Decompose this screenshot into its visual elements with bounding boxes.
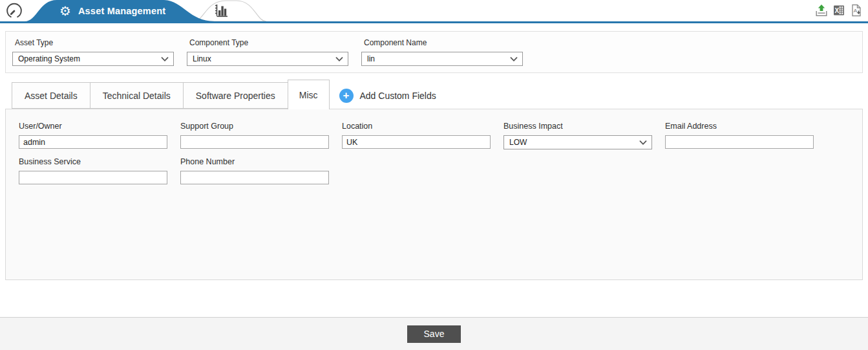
email-address-input[interactable] [665,135,814,149]
save-button[interactable]: Save [407,325,461,343]
app-tab-label: Asset Management [78,6,165,16]
excel-export-icon[interactable]: X [832,4,845,19]
location-label: Location [342,122,503,131]
business-service-input[interactable] [19,171,167,184]
add-custom-fields-label: Add Custom Fields [360,91,436,101]
tab-label: Misc [299,90,318,100]
field-location: Location [342,122,503,149]
support-group-input[interactable] [180,135,329,149]
business-impact-select[interactable]: LOW [503,135,652,149]
asset-type-select[interactable]: Operating System [12,52,174,66]
business-service-label: Business Service [19,157,180,166]
component-name-select[interactable]: lin [361,52,523,66]
field-business-service: Business Service [19,157,180,184]
phone-number-input[interactable] [180,171,329,184]
detail-tabs: Asset Details Technical Details Software… [12,79,868,109]
user-owner-input[interactable] [19,135,167,149]
add-custom-fields-button[interactable]: + Add Custom Fields [339,82,436,109]
plus-icon: + [339,89,354,103]
form-row: Business Service Phone Number [19,157,862,184]
filter-asset-type: Asset Type Operating System [12,38,174,72]
field-business-impact: Business Impact LOW [503,122,665,149]
tab-misc[interactable]: Misc [288,80,330,109]
email-address-label: Email Address [665,122,827,131]
bar-chart-icon [214,3,229,18]
field-phone-number: Phone Number [180,157,342,184]
tab-asset-details[interactable]: Asset Details [12,82,90,109]
misc-tab-panel: User/Owner Support Group Location Busine… [5,109,863,280]
field-user-owner: User/Owner [19,122,180,149]
phone-number-label: Phone Number [180,157,342,166]
location-input[interactable] [342,135,491,149]
support-group-label: Support Group [180,122,342,131]
asset-type-label: Asset Type [15,38,174,47]
pdf-export-icon[interactable]: A [850,4,863,19]
header-export-icons: X A [815,4,863,19]
tab-label: Asset Details [25,91,78,101]
accent-bar [0,21,868,23]
form-row: User/Owner Support Group Location Busine… [19,122,862,149]
gauge-icon[interactable] [6,3,23,19]
filter-panel: Asset Type Operating System Component Ty… [5,31,863,73]
component-type-label: Component Type [189,38,348,47]
filter-component-name: Component Name lin [361,38,523,72]
component-type-select[interactable]: Linux [187,52,348,66]
footer-bar: Save [0,317,868,350]
svg-text:X: X [834,7,839,14]
user-owner-label: User/Owner [19,122,180,131]
tab-label: Technical Details [103,91,171,101]
header: ⚙ Asset Management X [0,0,868,21]
business-impact-label: Business Impact [503,122,665,131]
field-support-group: Support Group [180,122,342,149]
asset-management-tab[interactable]: ⚙ Asset Management [59,0,165,21]
reports-chart-tab[interactable] [214,3,229,21]
tab-software-properties[interactable]: Software Properties [183,82,288,109]
component-name-label: Component Name [364,38,523,47]
tab-label: Software Properties [196,91,275,101]
tab-technical-details[interactable]: Technical Details [90,82,184,109]
field-email-address: Email Address [665,122,827,149]
gear-icon: ⚙ [59,5,71,17]
export-upload-icon[interactable] [815,4,828,19]
filter-component-type: Component Type Linux [187,38,348,72]
